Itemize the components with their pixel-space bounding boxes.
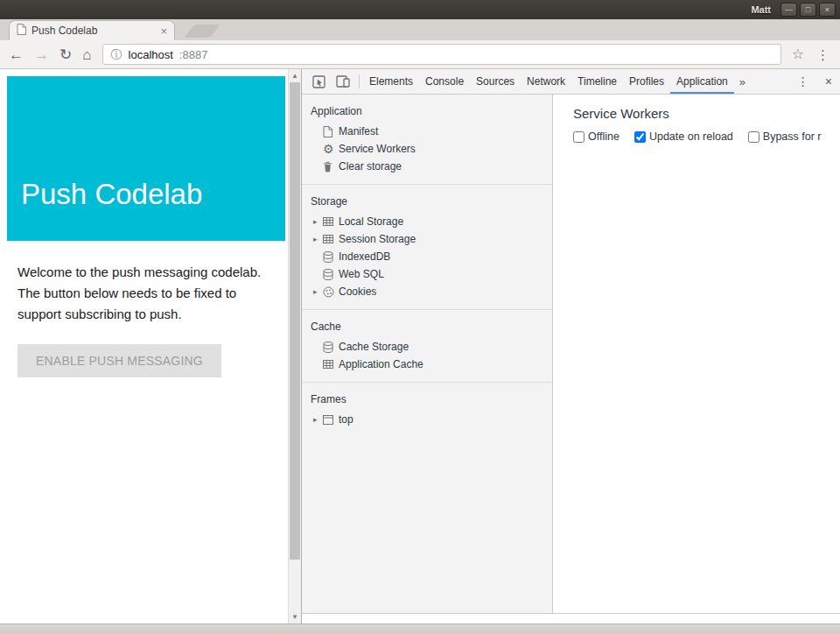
bookmark-star-icon[interactable]: ☆	[792, 47, 804, 61]
update-on-reload-checkbox-input[interactable]	[634, 131, 646, 143]
service-workers-pane: Service Workers Offline Update on reload	[553, 95, 840, 613]
web-page: Push Codelab Welcome to the push messagi…	[0, 69, 301, 623]
checkbox-label: Update on reload	[649, 130, 733, 143]
browser-menu-icon[interactable]: ⋮	[815, 48, 831, 61]
bypass-for-network-checkbox[interactable]: Bypass for r	[748, 130, 822, 143]
sidebar-item-session-storage[interactable]: ▸ Session Storage	[302, 230, 552, 248]
section-title: Storage	[302, 188, 552, 213]
devtools-tab-timeline[interactable]: Timeline	[571, 69, 623, 94]
sidebar-item-cache-storage[interactable]: Cache Storage	[302, 338, 552, 356]
expand-arrow-icon[interactable]: ▸	[313, 287, 323, 296]
reload-icon[interactable]: ↻	[60, 47, 72, 62]
trash-icon	[323, 161, 339, 173]
window-bottom-frame	[0, 623, 840, 634]
sidebar-item-top-frame[interactable]: ▸ top	[302, 411, 552, 428]
scrollbar-thumb[interactable]	[290, 82, 300, 560]
expand-arrow-icon[interactable]: ▸	[313, 415, 323, 424]
scroll-down-icon[interactable]: ▼	[289, 610, 301, 623]
device-toolbar-icon[interactable]	[331, 69, 355, 94]
devtools-body: Application Manifest ⚙ Service Workers	[302, 95, 840, 613]
tree-item-label: top	[339, 413, 354, 426]
page-body: Push Codelab Welcome to the push messagi…	[0, 69, 288, 623]
devtools-panel: Elements Console Sources Network Timelin…	[301, 69, 840, 623]
content-area: Push Codelab Welcome to the push messagi…	[0, 69, 840, 623]
page-paragraph: Welcome to the push messaging codelab. T…	[18, 262, 280, 325]
sidebar-item-cookies[interactable]: ▸ Cookies	[302, 283, 552, 300]
pane-title: Service Workers	[553, 95, 840, 121]
expand-arrow-icon[interactable]: ▸	[313, 235, 323, 243]
tree-item-label: Cookies	[339, 285, 376, 298]
back-icon[interactable]: ←	[9, 47, 24, 62]
frame-icon	[323, 415, 339, 425]
storage-grid-icon	[323, 359, 339, 370]
manifest-icon	[323, 126, 339, 137]
browser-tab[interactable]: Push Codelab ×	[9, 20, 175, 40]
offline-checkbox[interactable]: Offline	[573, 130, 620, 143]
bypass-checkbox-input[interactable]	[748, 131, 760, 143]
devtools-tab-sources[interactable]: Sources	[470, 69, 521, 94]
window-titlebar[interactable]: Matt — □ ×	[0, 0, 840, 19]
checkbox-label: Bypass for r	[763, 130, 822, 143]
window-close-button[interactable]: ×	[819, 3, 836, 17]
devtools-tab-console[interactable]: Console	[419, 69, 470, 94]
toolbar-divider	[359, 74, 360, 88]
enable-push-button[interactable]: ENABLE PUSH MESSAGING	[18, 344, 221, 377]
sidebar-item-clear-storage[interactable]: Clear storage	[302, 158, 552, 175]
address-bar[interactable]: ⓘ localhost :8887	[102, 44, 781, 65]
inspect-element-icon[interactable]	[307, 69, 331, 94]
tree-item-label: Session Storage	[339, 233, 416, 245]
home-icon[interactable]: ⌂	[82, 47, 91, 62]
sidebar-section-cache: Cache Cache Storage	[302, 310, 552, 383]
devtools-tab-application[interactable]: Application	[670, 69, 734, 94]
page-favicon-icon	[17, 23, 26, 39]
sidebar-section-frames: Frames ▸ top	[302, 383, 552, 437]
page-title: Push Codelab	[21, 178, 202, 211]
more-tabs-chevron-icon[interactable]: »	[734, 69, 751, 94]
database-icon	[323, 251, 339, 263]
devtools-toolbar: Elements Console Sources Network Timelin…	[302, 69, 840, 95]
sidebar-section-application: Application Manifest ⚙ Service Workers	[302, 95, 552, 185]
tree-item-label: Clear storage	[339, 160, 402, 173]
sidebar-item-manifest[interactable]: Manifest	[302, 123, 552, 140]
page-hero-banner: Push Codelab	[7, 76, 285, 241]
sidebar-item-local-storage[interactable]: ▸ Local Storage	[302, 213, 552, 230]
storage-grid-icon	[323, 216, 339, 227]
sidebar-section-storage: Storage ▸ Local Storage ▸	[302, 185, 552, 310]
page-scrollbar[interactable]: ▲ ▼	[288, 69, 301, 623]
offline-checkbox-input[interactable]	[573, 131, 584, 143]
tab-title: Push Codelab	[32, 25, 155, 37]
window-minimize-button[interactable]: —	[780, 3, 797, 17]
devtools-close-icon[interactable]: ×	[817, 69, 840, 94]
tree-item-label: Application Cache	[339, 358, 424, 370]
cookie-icon	[323, 286, 339, 298]
sidebar-item-web-sql[interactable]: Web SQL	[302, 265, 552, 283]
browser-window: Matt — □ × Push Codelab × ← → ↻ ⌂ ⓘ loca…	[0, 0, 840, 634]
new-tab-button[interactable]	[184, 25, 220, 38]
sidebar-item-service-workers[interactable]: ⚙ Service Workers	[302, 140, 552, 158]
tab-close-icon[interactable]: ×	[160, 25, 167, 37]
forward-icon[interactable]: →	[34, 47, 49, 62]
tree-item-label: Manifest	[339, 125, 378, 137]
sidebar-item-indexeddb[interactable]: IndexedDB	[302, 248, 552, 265]
section-title: Application	[302, 98, 552, 123]
devtools-menu-icon[interactable]: ⋮	[789, 69, 817, 94]
page-info-icon[interactable]: ⓘ	[111, 49, 122, 60]
devtools-tab-network[interactable]: Network	[521, 69, 571, 94]
section-title: Cache	[302, 313, 552, 338]
tree-item-label: Web SQL	[339, 268, 384, 280]
devtools-tab-elements[interactable]: Elements	[363, 69, 419, 94]
toolbar-spacer	[751, 69, 789, 94]
tree-item-label: IndexedDB	[339, 250, 390, 263]
tree-item-label: Cache Storage	[339, 341, 409, 353]
devtools-sidebar: Application Manifest ⚙ Service Workers	[302, 95, 553, 613]
storage-grid-icon	[323, 234, 339, 244]
expand-arrow-icon[interactable]: ▸	[313, 217, 323, 226]
update-on-reload-checkbox[interactable]: Update on reload	[634, 130, 733, 143]
checkbox-label: Offline	[588, 130, 620, 143]
database-icon	[323, 342, 339, 353]
window-maximize-button[interactable]: □	[800, 3, 816, 17]
window-title: Matt	[751, 4, 771, 15]
devtools-tab-profiles[interactable]: Profiles	[623, 69, 670, 94]
sidebar-item-application-cache[interactable]: Application Cache	[302, 356, 552, 373]
scroll-up-icon[interactable]: ▲	[289, 69, 301, 82]
